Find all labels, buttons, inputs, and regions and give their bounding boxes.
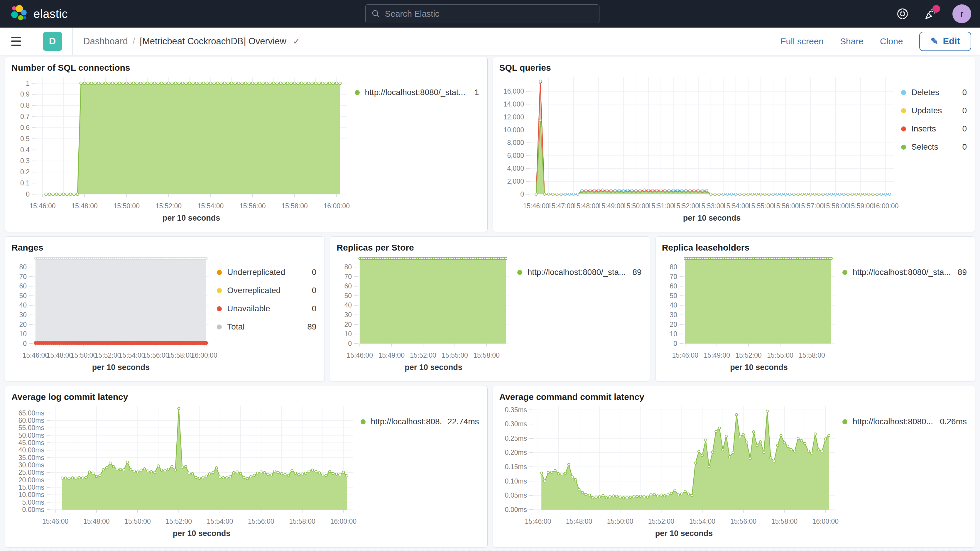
svg-text:10.00ms: 10.00ms <box>19 491 44 498</box>
legend-value: 0 <box>312 268 317 277</box>
global-search[interactable] <box>365 5 600 23</box>
next-row-cutoff <box>5 550 975 550</box>
svg-text:30: 30 <box>670 311 677 318</box>
legend-item[interactable]: Unavailable0 <box>217 304 316 313</box>
panel-replica-leaseholders: Replica leaseholders 0102030405060708015… <box>655 236 975 381</box>
legend-item[interactable]: Overreplicated0 <box>217 286 316 295</box>
legend-value: 0 <box>962 124 967 134</box>
panel-replicas-per-store: Replicas per Store 0102030405060708015:4… <box>330 236 650 381</box>
panel-title: Number of SQL connections <box>11 63 481 72</box>
hamburger-menu-icon[interactable] <box>0 27 32 55</box>
chart-legend: http://localhost:808...22.74ms <box>361 402 481 544</box>
svg-text:15:50:00: 15:50:00 <box>113 202 140 210</box>
svg-text:15:55:00: 15:55:00 <box>767 352 793 359</box>
legend-item[interactable]: Deletes0 <box>901 88 967 97</box>
full-screen-button[interactable]: Full screen <box>781 37 824 46</box>
svg-text:15:52:00: 15:52:00 <box>735 352 762 359</box>
svg-text:15:46:00: 15:46:00 <box>672 352 698 359</box>
legend-dot-icon <box>217 288 222 293</box>
legend-item[interactable]: Inserts0 <box>901 124 967 134</box>
svg-text:per 10 seconds: per 10 seconds <box>162 213 220 222</box>
svg-text:0: 0 <box>348 340 352 347</box>
user-avatar[interactable]: r <box>953 5 971 23</box>
svg-text:40.00ms: 40.00ms <box>19 446 44 454</box>
sql-connections-chart[interactable]: 00.10.20.30.40.50.60.70.80.9115:46:0015:… <box>11 72 355 229</box>
sql-queries-chart[interactable]: 02,0004,0006,0008,00010,00012,00014,0001… <box>500 72 901 229</box>
svg-text:per 10 seconds: per 10 seconds <box>173 529 231 538</box>
svg-text:per 10 seconds: per 10 seconds <box>405 363 463 372</box>
legend-item[interactable]: http://localhost:8080/_sta...89 <box>842 268 967 277</box>
legend-value: 89 <box>307 322 316 331</box>
svg-text:15:53:00: 15:53:00 <box>697 202 724 210</box>
news-feed-icon[interactable] <box>924 7 937 20</box>
legend-dot-icon <box>901 108 906 113</box>
svg-text:10: 10 <box>670 330 677 338</box>
replicas-per-store-chart[interactable]: 0102030405060708015:46:0015:49:0015:52:0… <box>337 252 517 378</box>
dashboard-app-badge[interactable]: D <box>43 32 62 51</box>
legend-dot-icon <box>355 90 360 95</box>
log-commit-latency-chart[interactable]: 0.00ms5.00ms10.00ms15.00ms20.00ms25.00ms… <box>11 402 361 544</box>
svg-text:0.8: 0.8 <box>20 102 30 109</box>
legend-dot-icon <box>217 325 222 330</box>
search-input[interactable] <box>385 9 593 19</box>
app-header: elastic <box>0 0 980 27</box>
panel-title: SQL queries <box>500 63 969 72</box>
panel-ranges: Ranges 0102030405060708015:46:0015:48:00… <box>5 236 325 381</box>
svg-text:15:52:00: 15:52:00 <box>673 202 699 210</box>
legend-item[interactable]: http://localhost:8080/_stat...1 <box>355 88 479 97</box>
panel-sql-connections: Number of SQL connections 00.10.20.30.40… <box>5 57 488 232</box>
svg-text:70: 70 <box>19 273 27 280</box>
legend-item[interactable]: Underreplicated0 <box>217 268 316 277</box>
svg-text:15:49:00: 15:49:00 <box>379 352 405 359</box>
svg-text:15:48:00: 15:48:00 <box>47 352 73 359</box>
legend-label: Deletes <box>912 88 939 97</box>
svg-text:0.5: 0.5 <box>20 135 30 143</box>
svg-text:15:48:00: 15:48:00 <box>83 518 110 525</box>
legend-item[interactable]: http://localhost:8080/_sta...89 <box>517 268 642 277</box>
checkmark-icon[interactable]: ✓ <box>293 36 300 46</box>
command-commit-latency-chart[interactable]: 0.00ms0.05ms0.10ms0.15ms0.20ms0.25ms0.30… <box>500 402 843 544</box>
elastic-logo[interactable]: elastic <box>10 5 68 23</box>
svg-text:0: 0 <box>520 190 524 198</box>
legend-value: 0 <box>962 106 967 115</box>
svg-text:8,000: 8,000 <box>507 139 524 147</box>
svg-text:15:58:00: 15:58:00 <box>167 352 193 359</box>
svg-text:0.4: 0.4 <box>20 146 30 154</box>
svg-text:0.9: 0.9 <box>20 90 30 98</box>
legend-item[interactable]: Selects0 <box>901 142 967 152</box>
clone-button[interactable]: Clone <box>880 37 903 46</box>
ranges-chart[interactable]: 0102030405060708015:46:0015:48:0015:50:0… <box>11 252 217 378</box>
svg-text:10: 10 <box>19 330 27 338</box>
svg-text:80: 80 <box>670 263 677 271</box>
svg-text:6,000: 6,000 <box>507 152 524 159</box>
svg-text:0.20ms: 0.20ms <box>505 449 527 456</box>
svg-text:16:00:00: 16:00:00 <box>330 518 357 525</box>
legend-value: 0 <box>312 304 317 313</box>
legend-item[interactable]: http://localhost:8080...0.26ms <box>842 417 967 426</box>
svg-text:0: 0 <box>23 340 27 347</box>
edit-button[interactable]: ✎ Edit <box>919 32 971 51</box>
legend-item[interactable]: Updates0 <box>901 106 967 115</box>
legend-item[interactable]: http://localhost:808...22.74ms <box>361 417 479 426</box>
svg-text:60: 60 <box>670 282 677 290</box>
svg-text:0.3: 0.3 <box>20 157 30 165</box>
svg-text:65.00ms: 65.00ms <box>19 409 44 417</box>
elastic-logo-icon <box>10 5 28 23</box>
svg-text:60: 60 <box>19 282 27 290</box>
share-button[interactable]: Share <box>840 37 864 46</box>
svg-text:40: 40 <box>19 301 27 309</box>
legend-item[interactable]: Total89 <box>217 322 316 331</box>
svg-text:0: 0 <box>673 340 677 347</box>
help-icon[interactable] <box>896 7 909 20</box>
svg-text:70: 70 <box>344 273 352 280</box>
replica-leaseholders-chart[interactable]: 0102030405060708015:46:0015:49:0015:52:0… <box>662 252 842 378</box>
breadcrumb-dashboard-link[interactable]: Dashboard <box>83 36 128 47</box>
legend-dot-icon <box>217 270 222 275</box>
svg-text:15:47:00: 15:47:00 <box>548 202 574 210</box>
svg-text:20: 20 <box>344 321 352 328</box>
chart-legend: http://localhost:8080/_sta...89 <box>842 252 969 378</box>
legend-value: 0.26ms <box>940 417 967 426</box>
legend-dot-icon <box>217 306 222 311</box>
dashboard-toolbar: D Dashboard / [Metricbeat CockroachDB] O… <box>0 27 980 55</box>
svg-text:15:49:00: 15:49:00 <box>703 352 730 359</box>
